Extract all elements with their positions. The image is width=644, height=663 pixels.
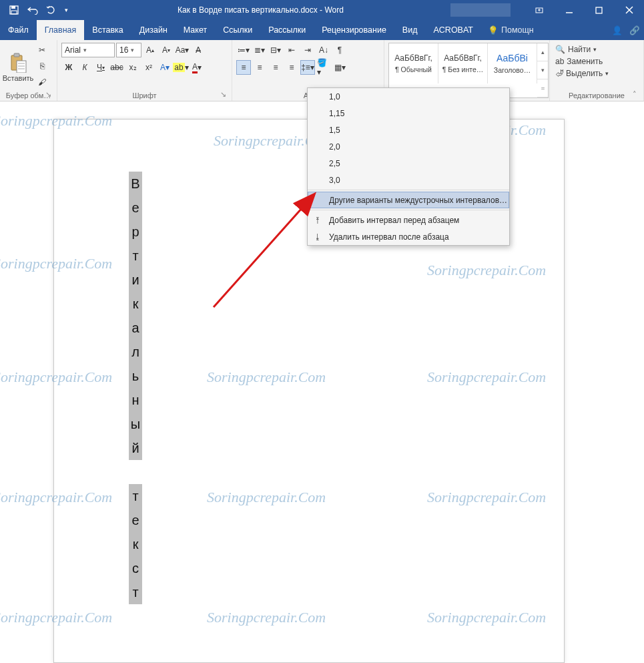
tab-references[interactable]: Ссылки [215,20,260,40]
paste-button[interactable]: Вставить [4,43,32,90]
add-space-before-paragraph[interactable]: ⭱Добавить интервал перед абзацем [308,212,509,228]
collapse-ribbon-button[interactable]: ˄ [630,90,639,99]
strikethrough-button[interactable]: abc [109,60,124,75]
style-normal[interactable]: АаБбВвГг,¶ Обычный [389,43,438,83]
svg-rect-5 [596,7,602,13]
align-right-button[interactable]: ≡ [268,60,283,75]
shading-button[interactable]: 🪣▾ [316,60,331,75]
sort-button[interactable]: A↓ [316,43,331,57]
subscript-button[interactable]: x₂ [125,60,140,75]
change-case-button[interactable]: Aa▾ [175,43,190,57]
cursor-icon: ⮰ [555,69,563,78]
numbering-button[interactable]: ≣▾ [252,43,267,57]
grow-font-button[interactable]: A▴ [143,43,157,57]
replace-button[interactable]: abЗаменить [554,56,610,67]
vertical-text-selection[interactable]: Вертикальныйтекст [129,172,142,604]
share-icon[interactable]: 🔗 [629,25,640,35]
spacing-option-1-5[interactable]: 1,5 [308,122,509,138]
increase-indent-button[interactable]: ⇥ [300,43,315,57]
font-size-combo[interactable]: 16▾ [116,43,141,57]
line-spacing-button[interactable]: ‡≡▾ [300,60,315,75]
svg-rect-8 [17,61,26,73]
account-icon[interactable]: 👤 [612,25,623,35]
group-label-font: Шрифт [132,91,156,99]
window-controls [524,0,644,20]
spacing-option-1-15[interactable]: 1,15 [308,105,509,122]
spacing-option-1-0[interactable]: 1,0 [308,88,509,105]
search-icon: 🔍 [555,45,565,54]
undo-button[interactable] [24,2,41,18]
tab-insert[interactable]: Вставка [84,20,131,40]
superscript-button[interactable]: x² [141,60,156,75]
close-button[interactable] [614,0,644,20]
style-heading1[interactable]: АаБбВіЗаголово… [488,43,537,83]
ribbon-tabs: Файл Главная Вставка Дизайн Макет Ссылки… [0,20,644,40]
tab-layout[interactable]: Макет [176,20,215,40]
space-after-icon: ⭳ [312,232,324,242]
spacing-option-2-0[interactable]: 2,0 [308,138,509,155]
shrink-font-button[interactable]: A▾ [159,43,174,57]
clear-formatting-button[interactable]: A̶ [191,43,206,57]
bold-button[interactable]: Ж [61,60,76,75]
borders-button[interactable]: ▦▾ [332,60,347,75]
styles-more[interactable]: ▴▾＝ [537,43,548,97]
italic-button[interactable]: К [77,60,92,75]
redo-button[interactable] [43,2,60,18]
line-spacing-dropdown: 1,0 1,15 1,5 2,0 2,5 3,0 Другие варианты… [307,87,510,246]
minimize-button[interactable] [554,0,584,20]
tab-review[interactable]: Рецензирование [314,20,394,40]
find-button[interactable]: 🔍Найти ▾ [554,44,610,55]
font-dialog-launcher[interactable]: ↘ [218,90,228,99]
customize-qat-button[interactable]: ▾ [61,2,71,18]
justify-button[interactable]: ≡ [284,60,299,75]
svg-rect-2 [11,11,17,14]
svg-rect-7 [14,53,19,57]
tab-view[interactable]: Вид [394,20,426,40]
underline-button[interactable]: Ч▾ [93,60,108,75]
multilevel-button[interactable]: ⊟▾ [268,43,283,57]
tab-home[interactable]: Главная [37,20,85,40]
cut-button[interactable]: ✂ [35,43,49,57]
tell-me[interactable]: 💡Помощн [481,20,541,40]
save-button[interactable] [5,2,23,18]
style-no-spacing[interactable]: АаБбВвГг,¶ Без инте… [438,43,488,83]
font-color-button[interactable]: A▾ [190,60,204,75]
group-clipboard: Вставить ✂ ⎘ 🖌 Буфер обм…↘ [0,40,57,101]
font-name-combo[interactable]: Arial▾ [61,43,115,57]
user-badge[interactable] [450,3,511,17]
group-font: Arial▾ 16▾ A▴ A▾ Aa▾ A̶ Ж К Ч▾ abc x₂ x²… [57,40,232,101]
tab-acrobat[interactable]: ACROBAT [425,20,481,40]
bullets-button[interactable]: ≔▾ [236,43,251,57]
space-before-icon: ⭱ [312,216,324,225]
decrease-indent-button[interactable]: ⇤ [284,43,299,57]
maximize-button[interactable] [584,0,614,20]
replace-icon: ab [555,57,564,66]
select-button[interactable]: ⮰Выделить ▾ [554,68,610,79]
tab-file[interactable]: Файл [0,20,37,40]
svg-rect-1 [11,6,15,9]
copy-button[interactable]: ⎘ [35,59,49,73]
tab-design[interactable]: Дизайн [131,20,176,40]
remove-space-after-paragraph[interactable]: ⭳Удалить интервал после абзаца [308,228,509,245]
tab-mailings[interactable]: Рассылки [260,20,314,40]
spacing-option-2-5[interactable]: 2,5 [308,155,509,172]
window-title: Как в Ворде писать вертикально.docx - Wo… [71,5,450,15]
spacing-option-3-0[interactable]: 3,0 [308,172,509,188]
show-marks-button[interactable]: ¶ [332,43,347,57]
ribbon-options-button[interactable] [524,0,554,20]
spacing-options-more[interactable]: Другие варианты междустрочных интервалов… [308,192,509,208]
text-effects-button[interactable]: A▾ [157,60,172,75]
highlight-button[interactable]: ab▾ [174,60,188,75]
group-label-editing: Редактирование [569,91,625,99]
quick-access-toolbar: ▾ [0,2,71,18]
format-painter-button[interactable]: 🖌 [35,75,49,89]
group-editing: 🔍Найти ▾ abЗаменить ⮰Выделить ▾ Редактир… [550,40,644,101]
clipboard-dialog-launcher[interactable]: ↘ [43,90,53,99]
lightbulb-icon: 💡 [488,25,499,35]
title-bar: ▾ Как в Ворде писать вертикально.docx - … [0,0,644,20]
align-left-button[interactable]: ≡ [236,60,251,75]
align-center-button[interactable]: ≡ [252,60,267,75]
